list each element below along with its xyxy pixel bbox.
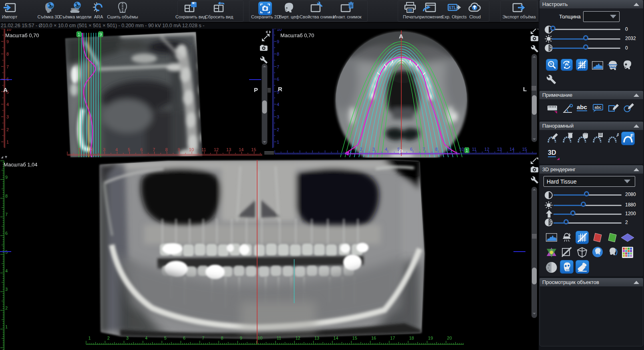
- svg-text:7: 7: [5, 212, 8, 217]
- svg-text:3: 3: [126, 336, 129, 340]
- svg-text:9: 9: [277, 39, 279, 44]
- svg-text:4: 4: [277, 102, 279, 107]
- svg-text:10: 10: [459, 147, 464, 152]
- svg-text:L: L: [523, 86, 527, 92]
- svg-text:9: 9: [6, 39, 9, 44]
- svg-text:7: 7: [202, 336, 204, 340]
- svg-text:Масштаб 1,04: Масштаб 1,04: [4, 162, 38, 168]
- svg-text:6: 6: [183, 336, 185, 340]
- svg-text:15: 15: [251, 147, 256, 152]
- svg-text:10: 10: [258, 336, 262, 340]
- svg-text:A: A: [399, 33, 403, 40]
- svg-text:20: 20: [447, 336, 452, 340]
- svg-text:13: 13: [226, 147, 231, 152]
- svg-text:1: 1: [6, 140, 9, 144]
- svg-text:1: 1: [88, 336, 91, 340]
- svg-text:11: 11: [472, 147, 476, 152]
- svg-text:12: 12: [214, 147, 219, 152]
- svg-text:Масштаб 0,70: Масштаб 0,70: [5, 32, 39, 38]
- svg-text:9: 9: [240, 336, 242, 340]
- svg-text:1: 1: [465, 148, 468, 153]
- svg-text:14: 14: [509, 147, 514, 152]
- svg-text:4: 4: [5, 268, 8, 273]
- svg-text:9: 9: [448, 147, 450, 152]
- svg-text:A: A: [616, 133, 619, 138]
- svg-text:R: R: [278, 86, 282, 92]
- svg-text:19: 19: [428, 336, 433, 340]
- svg-text:13: 13: [497, 147, 502, 152]
- svg-text:P: P: [254, 86, 258, 93]
- svg-text:16: 16: [371, 336, 376, 340]
- svg-text:1: 1: [78, 147, 80, 152]
- svg-text:8: 8: [5, 194, 8, 198]
- svg-text:8: 8: [165, 147, 168, 152]
- svg-text:9: 9: [99, 32, 102, 37]
- svg-text:6: 6: [140, 147, 143, 152]
- svg-text:4: 4: [145, 336, 147, 340]
- svg-text:7: 7: [423, 147, 425, 152]
- svg-text:abc: abc: [594, 105, 602, 110]
- svg-text:9: 9: [5, 175, 8, 180]
- svg-text:10: 10: [6, 29, 11, 32]
- svg-text:15: 15: [352, 336, 357, 340]
- svg-text:12: 12: [296, 336, 300, 340]
- svg-text:11: 11: [277, 336, 281, 340]
- svg-text:3: 3: [277, 114, 279, 119]
- svg-text:9: 9: [178, 147, 180, 152]
- svg-text:12: 12: [484, 147, 489, 152]
- svg-text:2: 2: [360, 147, 362, 152]
- svg-text:7: 7: [153, 147, 155, 152]
- svg-text:P: P: [399, 148, 403, 155]
- svg-text:10: 10: [189, 147, 194, 152]
- svg-text:17: 17: [390, 336, 395, 340]
- svg-text:6: 6: [410, 147, 413, 152]
- svg-text:1: 1: [78, 32, 80, 37]
- svg-text:7: 7: [6, 64, 9, 69]
- svg-text:6: 6: [277, 77, 279, 82]
- svg-text:3: 3: [372, 147, 375, 152]
- svg-text:Масштаб 0,70: Масштаб 0,70: [280, 32, 314, 38]
- svg-text:5: 5: [128, 147, 130, 152]
- svg-text:6: 6: [5, 231, 8, 236]
- svg-text:2: 2: [107, 336, 110, 340]
- svg-text:15: 15: [522, 147, 527, 152]
- svg-text:5: 5: [164, 336, 167, 340]
- svg-text:18: 18: [409, 336, 414, 340]
- svg-text:A: A: [3, 86, 8, 93]
- svg-text:2: 2: [91, 147, 93, 152]
- svg-text:13: 13: [314, 336, 319, 340]
- svg-text:8: 8: [6, 52, 9, 56]
- svg-text:1: 1: [5, 324, 8, 329]
- svg-text:4: 4: [6, 102, 9, 107]
- svg-text:STL: STL: [449, 6, 457, 10]
- svg-text:3: 3: [6, 114, 9, 119]
- svg-text:F: F: [630, 133, 634, 139]
- svg-text:8: 8: [435, 147, 438, 152]
- svg-text:2: 2: [5, 306, 8, 310]
- svg-text:7: 7: [277, 64, 279, 69]
- svg-text:8: 8: [277, 52, 279, 56]
- svg-text:14: 14: [239, 147, 244, 152]
- svg-text:3: 3: [5, 287, 8, 292]
- svg-text:10: 10: [277, 29, 282, 32]
- svg-text:8: 8: [221, 336, 223, 340]
- svg-text:2: 2: [277, 127, 279, 132]
- svg-text:2: 2: [6, 127, 9, 132]
- svg-text:4: 4: [385, 147, 387, 152]
- svg-text:1: 1: [277, 140, 279, 144]
- svg-text:14: 14: [333, 336, 338, 340]
- svg-text:4: 4: [115, 147, 118, 152]
- svg-text:3: 3: [103, 147, 105, 152]
- svg-text:11: 11: [201, 147, 206, 152]
